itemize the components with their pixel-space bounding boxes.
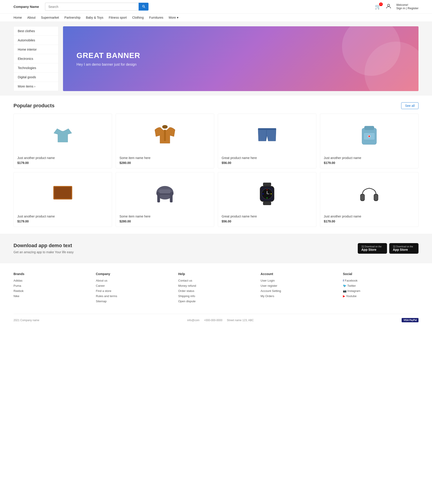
footer-company-title: Company [96,272,171,276]
hero-section: Best clothes Automobiles Home interior E… [0,22,432,96]
product-image [119,117,210,153]
category-sidebar: Best clothes Automobiles Home interior E… [13,26,58,91]
sidebar-item-electronics[interactable]: Electronics [14,54,58,63]
footer-grid: Brands Adidas Puma Reebok Nike Company A… [13,272,419,305]
app-title: Download app demo text [13,243,74,249]
footer-youtube[interactable]: ▶ Youtube [343,294,419,298]
instagram-icon: 📷 [343,289,347,293]
product-price: $280.00 [119,219,210,223]
footer-about-us[interactable]: About us [96,279,171,282]
footer-social-title: Social [343,272,419,276]
svg-point-23 [263,193,264,194]
footer-brand-puma[interactable]: Puma [13,284,89,288]
chevron-down-icon: ▾ [177,16,178,19]
nav-more[interactable]: More ▾ [169,16,178,19]
svg-point-21 [267,189,267,190]
footer-contact: info@com +000-000-0000 Street name 123, … [187,319,254,322]
cart-button[interactable]: 🛒 0 [375,4,381,10]
headphones-icon [356,180,383,207]
sidebar-item-more-items[interactable]: More items › [14,82,58,91]
product-card[interactable]: Some item name here $280.00 [116,114,214,169]
sidebar-item-digital-goods[interactable]: Digital goods [14,73,58,82]
footer-instagram[interactable]: 📷 Instagram [343,289,419,293]
auth-links[interactable]: Sign in | Register [396,7,419,10]
product-card[interactable]: Just another product name $179.00 [13,114,112,169]
nav-about[interactable]: About [27,16,36,19]
footer-career[interactable]: Career [96,284,171,288]
svg-rect-14 [170,195,173,202]
product-image [222,117,313,153]
footer-open-dispute[interactable]: Open dispute [178,300,254,303]
svg-point-8 [368,135,370,137]
sidebar-item-home-interior[interactable]: Home interior [14,45,58,54]
products-section: Popular products See all Just another pr… [0,96,432,234]
product-image [324,176,415,212]
footer-phone: +000-000-0000 [204,319,222,322]
footer-company: Company About us Career Find a store Rul… [96,272,171,305]
svg-rect-15 [159,189,171,193]
app-btn-big-1: App Store [361,248,377,252]
chevron-right-icon: › [34,85,35,88]
footer-user-login[interactable]: User Login [261,279,336,282]
app-store-button-2[interactable]: ⬛ Download on the App Store [389,243,419,254]
footer-twitter[interactable]: 🐦 Twitter [343,284,419,288]
footer-money-refund[interactable]: Money refund [178,284,254,288]
app-btn-small-1: ⬛ Download on the [361,245,382,248]
watch-icon [254,180,281,207]
footer-brand-reebok[interactable]: Reebok [13,289,89,293]
footer-rules-terms[interactable]: Rules and terms [96,294,171,298]
product-name: Just another product name [324,215,415,218]
footer-find-store[interactable]: Find a store [96,289,171,293]
sidebar-item-automobiles[interactable]: Automobiles [14,36,58,45]
product-card[interactable]: Great product name here $56.00 [218,172,316,227]
register-link[interactable]: Register [408,7,419,10]
footer-order-status[interactable]: Order status [178,289,254,293]
footer-facebook[interactable]: f Facebook [343,279,419,282]
visa-badge: VISA PayPal [402,318,419,322]
svg-rect-30 [374,195,378,200]
footer-user-register[interactable]: User register [261,284,336,288]
product-card[interactable]: Great product name here $56.00 [218,114,316,169]
product-card[interactable]: Some item name here $280.00 [116,172,214,227]
app-text: Download app demo text Get an amazing ap… [13,243,74,254]
footer-brand-adidas[interactable]: Adidas [13,279,89,282]
search-bar [45,3,148,10]
youtube-icon: ▶ [343,294,345,298]
product-card[interactable]: Just another product name $179.00 [13,172,112,227]
see-all-button[interactable]: See all [401,102,419,109]
nav-partnership[interactable]: Partnership [64,16,81,19]
search-button[interactable] [138,3,148,10]
products-header: Popular products See all [13,102,419,109]
product-name: Just another product name [324,156,415,160]
search-input[interactable] [45,3,138,10]
svg-rect-17 [263,202,271,205]
sign-in-link[interactable]: Sign in [396,7,405,10]
product-price: $179.00 [324,219,415,223]
nav-supermarket[interactable]: Supermarket [41,16,59,19]
footer-my-orders[interactable]: My Orders [261,294,336,298]
nav-home[interactable]: Home [13,16,22,19]
nav-fitness[interactable]: Fitness sport [109,16,127,19]
app-store-button-1[interactable]: ⬛ Download on the App Store [358,243,387,254]
shorts-icon [254,122,281,149]
product-card[interactable]: Just another product name $179.00 [320,172,419,227]
footer-email: info@com [187,319,199,322]
nav-clothing[interactable]: Clothing [132,16,144,19]
sidebar-item-technologies[interactable]: Technologies [14,63,58,73]
footer-contact-us[interactable]: Contact us [178,279,254,282]
sidebar-item-best-clothes[interactable]: Best clothes [14,27,58,36]
logo: Company Name [13,5,40,9]
header: Company Name 🛒 0 Welcome! Sign in | Regi… [0,0,432,13]
nav-furnitures[interactable]: Furnitures [149,16,163,19]
product-name: Great product name here [222,156,313,160]
footer-sitemap[interactable]: Sitemap [96,300,171,303]
svg-rect-2 [164,130,166,141]
footer-account-setting[interactable]: Account Setting [261,289,336,293]
footer-brands-title: Brands [13,272,89,276]
welcome-text: Welcome! [396,3,408,7]
nav-baby-toys[interactable]: Baby & Toys [86,16,103,19]
product-card[interactable]: Just another product name $179.00 [320,114,419,169]
svg-rect-13 [157,195,160,202]
footer-brand-nike[interactable]: Nike [13,294,89,298]
footer-shipping-info[interactable]: Shipping info [178,294,254,298]
